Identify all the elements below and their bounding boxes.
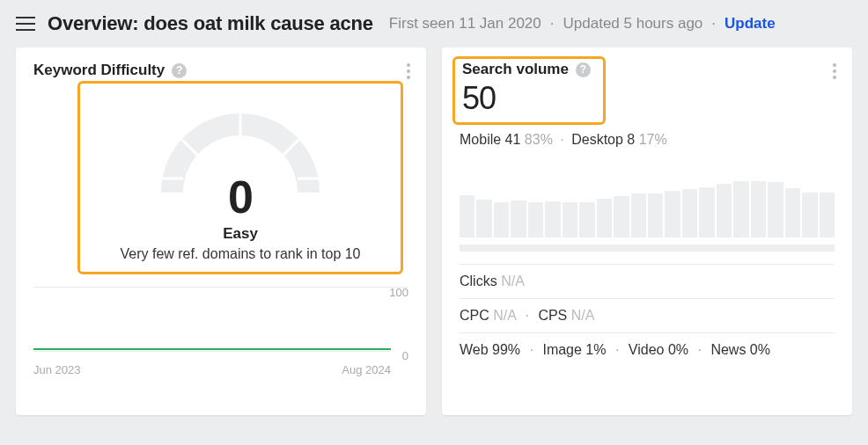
search-volume-card: Search volume ? 50 Mobile 41 83% · Deskt… — [442, 47, 852, 415]
bar — [648, 193, 663, 237]
kd-trend-chart: 100 0 Jun 2023 Aug 2024 — [33, 287, 408, 361]
kd-label: Easy — [223, 225, 258, 243]
separator-dot: · — [530, 342, 533, 357]
bar — [802, 193, 817, 237]
first-seen-text: First seen 11 Jan 2020 — [389, 15, 541, 33]
bar — [597, 199, 612, 237]
sv-track — [460, 244, 835, 252]
bar — [631, 193, 646, 237]
cps-label: CPS — [538, 308, 567, 323]
desktop-label: Desktop 8 — [571, 132, 635, 147]
bar — [528, 202, 543, 237]
video-label: Video 0% — [629, 342, 688, 357]
bar — [820, 193, 835, 237]
bar — [511, 201, 526, 237]
mobile-pct: 83% — [525, 132, 553, 147]
kd-date-end: Aug 2024 — [342, 363, 391, 376]
updated-text: Updated 5 hours ago — [563, 15, 703, 33]
axis-tick-max: 100 — [389, 286, 408, 299]
cpc-label: CPC — [460, 308, 489, 323]
bar — [717, 184, 732, 237]
bar — [682, 189, 697, 237]
kd-date-start: Jun 2023 — [33, 363, 81, 376]
axis-tick-min: 0 — [402, 349, 408, 362]
device-breakdown: Mobile 41 83% · Desktop 8 17% — [460, 132, 835, 148]
bar — [733, 181, 748, 237]
cpc-value: N/A — [493, 308, 516, 323]
separator-dot: · — [698, 342, 702, 357]
separator-dot: · — [615, 342, 619, 357]
bar — [545, 201, 560, 237]
bar — [751, 181, 766, 237]
update-link[interactable]: Update — [725, 15, 776, 33]
separator-dot: · — [560, 132, 563, 147]
separator-dot: · — [550, 15, 555, 33]
mobile-label: Mobile 41 — [460, 132, 520, 147]
separator-dot: · — [711, 15, 716, 33]
bar — [460, 195, 474, 237]
sv-bar-chart — [460, 160, 835, 237]
help-icon[interactable]: ? — [576, 62, 591, 77]
menu-icon[interactable] — [16, 17, 35, 31]
kd-trend-line — [33, 348, 391, 350]
bar — [563, 202, 577, 237]
gauge-icon — [143, 96, 337, 197]
web-label: Web 99% — [460, 342, 520, 357]
bar — [665, 191, 680, 237]
separator-dot: · — [525, 308, 528, 323]
bar — [785, 188, 800, 237]
image-label: Image 1% — [542, 342, 606, 357]
kd-highlight: 0 Easy Very few ref. domains to rank in … — [77, 81, 403, 274]
kd-title: Keyword Difficulty — [33, 62, 165, 79]
bar — [494, 202, 509, 237]
clicks-label: Clicks — [460, 274, 497, 288]
bar — [614, 196, 629, 237]
bar — [768, 182, 783, 237]
more-icon[interactable] — [403, 60, 414, 83]
sv-title: Search volume — [462, 61, 569, 78]
news-label: News 0% — [710, 342, 770, 357]
more-icon[interactable] — [829, 60, 840, 83]
desktop-pct: 17% — [639, 132, 667, 147]
page-title: Overview: does oat milk cause acne — [48, 12, 373, 35]
bar — [476, 200, 491, 237]
bar — [699, 187, 714, 237]
help-icon[interactable]: ? — [172, 63, 187, 78]
sv-value: 50 — [462, 80, 591, 117]
sv-highlight: Search volume ? 50 — [452, 56, 606, 125]
cps-value: N/A — [571, 308, 595, 323]
bar — [579, 202, 594, 237]
clicks-value: N/A — [501, 274, 525, 288]
keyword-difficulty-card: Keyword Difficulty ? 0 Easy Very few ref… — [16, 47, 426, 415]
kd-description: Very few ref. domains to rank in top 10 — [120, 246, 360, 262]
